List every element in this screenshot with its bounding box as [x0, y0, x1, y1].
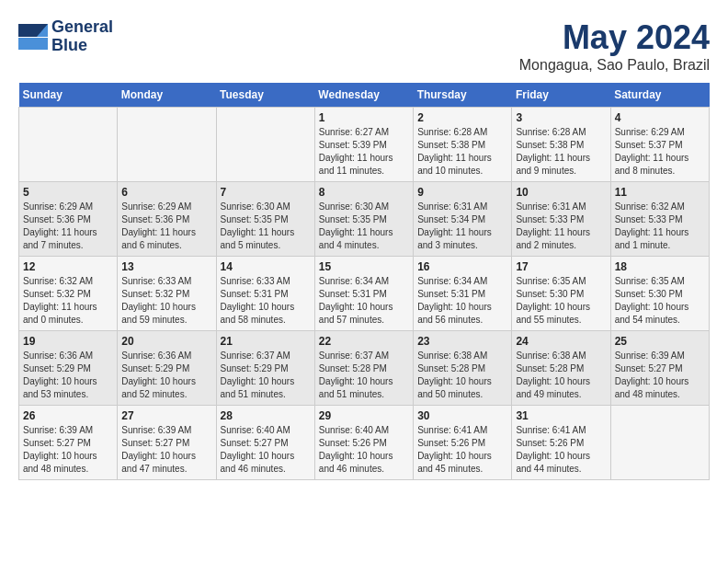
logo-line1: General: [51, 18, 113, 37]
day-info: Sunrise: 6:40 AM Sunset: 5:26 PM Dayligh…: [319, 424, 409, 476]
weekday-header-row: SundayMondayTuesdayWednesdayThursdayFrid…: [19, 83, 710, 108]
calendar-cell: 19Sunrise: 6:36 AM Sunset: 5:29 PM Dayli…: [19, 331, 118, 406]
calendar-week-row: 5Sunrise: 6:29 AM Sunset: 5:36 PM Daylig…: [19, 182, 710, 257]
day-number: 30: [417, 409, 507, 422]
weekday-header: Monday: [118, 83, 216, 108]
day-info: Sunrise: 6:28 AM Sunset: 5:38 PM Dayligh…: [417, 126, 507, 178]
day-number: 19: [23, 335, 113, 348]
day-number: 14: [221, 260, 311, 273]
calendar-cell: 16Sunrise: 6:34 AM Sunset: 5:31 PM Dayli…: [414, 257, 512, 331]
day-info: Sunrise: 6:32 AM Sunset: 5:33 PM Dayligh…: [615, 201, 705, 252]
day-number: 23: [417, 335, 507, 348]
calendar-week-row: 19Sunrise: 6:36 AM Sunset: 5:29 PM Dayli…: [19, 331, 710, 406]
day-number: 8: [319, 186, 409, 199]
calendar-cell: [118, 108, 216, 182]
day-number: 7: [221, 186, 311, 199]
day-number: 26: [23, 409, 113, 422]
calendar-cell: 30Sunrise: 6:41 AM Sunset: 5:26 PM Dayli…: [414, 406, 512, 480]
calendar-cell: 20Sunrise: 6:36 AM Sunset: 5:29 PM Dayli…: [118, 331, 216, 406]
day-number: 31: [516, 409, 606, 422]
day-info: Sunrise: 6:34 AM Sunset: 5:31 PM Dayligh…: [319, 275, 409, 327]
calendar-cell: 11Sunrise: 6:32 AM Sunset: 5:33 PM Dayli…: [610, 182, 709, 257]
day-number: 2: [417, 111, 507, 124]
subtitle: Mongagua, Sao Paulo, Brazil: [519, 57, 710, 74]
calendar-cell: 24Sunrise: 6:38 AM Sunset: 5:28 PM Dayli…: [512, 331, 610, 406]
day-number: 16: [417, 260, 507, 273]
day-number: 6: [121, 186, 211, 199]
day-info: Sunrise: 6:33 AM Sunset: 5:32 PM Dayligh…: [121, 275, 211, 327]
calendar-cell: 13Sunrise: 6:33 AM Sunset: 5:32 PM Dayli…: [118, 257, 216, 331]
day-info: Sunrise: 6:27 AM Sunset: 5:39 PM Dayligh…: [319, 126, 409, 178]
calendar-cell: 29Sunrise: 6:40 AM Sunset: 5:26 PM Dayli…: [314, 406, 413, 480]
day-info: Sunrise: 6:28 AM Sunset: 5:38 PM Dayligh…: [516, 126, 606, 178]
calendar-cell: 22Sunrise: 6:37 AM Sunset: 5:28 PM Dayli…: [314, 331, 413, 406]
day-info: Sunrise: 6:29 AM Sunset: 5:36 PM Dayligh…: [121, 201, 211, 252]
day-info: Sunrise: 6:39 AM Sunset: 5:27 PM Dayligh…: [23, 424, 113, 476]
day-info: Sunrise: 6:33 AM Sunset: 5:31 PM Dayligh…: [221, 275, 311, 327]
logo-line2: Blue: [51, 37, 113, 55]
weekday-header: Friday: [512, 83, 610, 108]
day-number: 17: [516, 260, 606, 273]
day-number: 25: [615, 335, 705, 348]
day-number: 10: [516, 186, 606, 199]
calendar-week-row: 26Sunrise: 6:39 AM Sunset: 5:27 PM Dayli…: [19, 406, 710, 480]
day-number: 1: [319, 111, 409, 124]
calendar-cell: 26Sunrise: 6:39 AM Sunset: 5:27 PM Dayli…: [19, 406, 118, 480]
day-number: 11: [615, 186, 705, 199]
calendar-cell: 9Sunrise: 6:31 AM Sunset: 5:34 PM Daylig…: [414, 182, 512, 257]
day-info: Sunrise: 6:30 AM Sunset: 5:35 PM Dayligh…: [319, 201, 409, 252]
day-info: Sunrise: 6:31 AM Sunset: 5:33 PM Dayligh…: [516, 201, 606, 252]
calendar-cell: [19, 108, 118, 182]
calendar-cell: 25Sunrise: 6:39 AM Sunset: 5:27 PM Dayli…: [610, 331, 709, 406]
weekday-header: Wednesday: [314, 83, 413, 108]
day-info: Sunrise: 6:38 AM Sunset: 5:28 PM Dayligh…: [516, 350, 606, 401]
day-number: 13: [121, 260, 211, 273]
title-area: May 2024 Mongagua, Sao Paulo, Brazil: [519, 18, 710, 74]
day-number: 24: [516, 335, 606, 348]
day-info: Sunrise: 6:39 AM Sunset: 5:27 PM Dayligh…: [121, 424, 211, 476]
calendar-cell: 4Sunrise: 6:29 AM Sunset: 5:37 PM Daylig…: [610, 108, 709, 182]
calendar-cell: 18Sunrise: 6:35 AM Sunset: 5:30 PM Dayli…: [610, 257, 709, 331]
calendar-cell: 6Sunrise: 6:29 AM Sunset: 5:36 PM Daylig…: [118, 182, 216, 257]
calendar-cell: 23Sunrise: 6:38 AM Sunset: 5:28 PM Dayli…: [414, 331, 512, 406]
day-number: 15: [319, 260, 409, 273]
day-info: Sunrise: 6:29 AM Sunset: 5:36 PM Dayligh…: [23, 201, 113, 252]
day-number: 9: [417, 186, 507, 199]
day-number: 21: [221, 335, 311, 348]
calendar-cell: 21Sunrise: 6:37 AM Sunset: 5:29 PM Dayli…: [216, 331, 314, 406]
day-number: 27: [121, 409, 211, 422]
day-number: 4: [615, 111, 705, 124]
day-number: 12: [23, 260, 113, 273]
day-info: Sunrise: 6:35 AM Sunset: 5:30 PM Dayligh…: [516, 275, 606, 327]
calendar-cell: 5Sunrise: 6:29 AM Sunset: 5:36 PM Daylig…: [19, 182, 118, 257]
weekday-header: Saturday: [610, 83, 709, 108]
calendar-cell: 28Sunrise: 6:40 AM Sunset: 5:27 PM Dayli…: [216, 406, 314, 480]
calendar-cell: 15Sunrise: 6:34 AM Sunset: 5:31 PM Dayli…: [314, 257, 413, 331]
day-number: 20: [121, 335, 211, 348]
calendar-cell: 2Sunrise: 6:28 AM Sunset: 5:38 PM Daylig…: [414, 108, 512, 182]
logo-icon: [18, 24, 48, 50]
weekday-header: Sunday: [19, 83, 118, 108]
day-number: 29: [319, 409, 409, 422]
calendar-cell: 12Sunrise: 6:32 AM Sunset: 5:32 PM Dayli…: [19, 257, 118, 331]
calendar-week-row: 12Sunrise: 6:32 AM Sunset: 5:32 PM Dayli…: [19, 257, 710, 331]
calendar-cell: 8Sunrise: 6:30 AM Sunset: 5:35 PM Daylig…: [314, 182, 413, 257]
calendar-cell: 3Sunrise: 6:28 AM Sunset: 5:38 PM Daylig…: [512, 108, 610, 182]
day-number: 3: [516, 111, 606, 124]
day-info: Sunrise: 6:34 AM Sunset: 5:31 PM Dayligh…: [417, 275, 507, 327]
day-info: Sunrise: 6:39 AM Sunset: 5:27 PM Dayligh…: [615, 350, 705, 401]
calendar-cell: 31Sunrise: 6:41 AM Sunset: 5:26 PM Dayli…: [512, 406, 610, 480]
calendar-week-row: 1Sunrise: 6:27 AM Sunset: 5:39 PM Daylig…: [19, 108, 710, 182]
day-number: 22: [319, 335, 409, 348]
day-info: Sunrise: 6:35 AM Sunset: 5:30 PM Dayligh…: [615, 275, 705, 327]
day-number: 5: [23, 186, 113, 199]
calendar-cell: 7Sunrise: 6:30 AM Sunset: 5:35 PM Daylig…: [216, 182, 314, 257]
calendar-cell: 14Sunrise: 6:33 AM Sunset: 5:31 PM Dayli…: [216, 257, 314, 331]
calendar-cell: 17Sunrise: 6:35 AM Sunset: 5:30 PM Dayli…: [512, 257, 610, 331]
day-number: 18: [615, 260, 705, 273]
calendar-table: SundayMondayTuesdayWednesdayThursdayFrid…: [18, 83, 710, 480]
day-info: Sunrise: 6:29 AM Sunset: 5:37 PM Dayligh…: [615, 126, 705, 178]
calendar-cell: 1Sunrise: 6:27 AM Sunset: 5:39 PM Daylig…: [314, 108, 413, 182]
day-info: Sunrise: 6:31 AM Sunset: 5:34 PM Dayligh…: [417, 201, 507, 252]
header: General Blue May 2024 Mongagua, Sao Paul…: [18, 18, 710, 74]
